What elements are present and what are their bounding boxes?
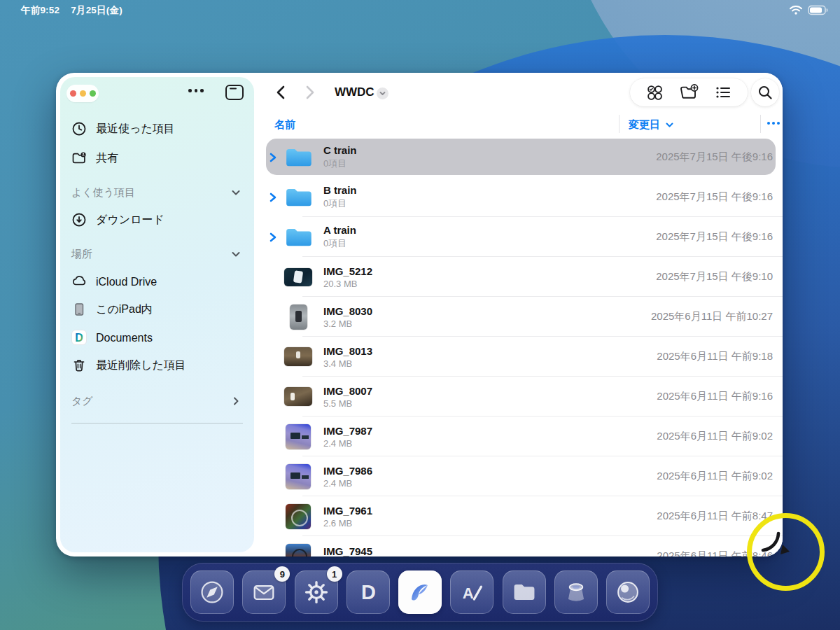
sidebar-label: ダウンロード xyxy=(96,212,164,227)
file-date: 2025年7月15日 午後9:16 xyxy=(656,150,783,164)
file-row-b-train[interactable]: B train 0項目 2025年7月15日 午後9:16 xyxy=(259,177,783,217)
dock: 9 1 D A xyxy=(182,563,658,622)
sidebar-item-icloud[interactable]: iCloud Drive xyxy=(60,267,254,295)
file-meta: 0項目 xyxy=(323,237,656,250)
lens-orb-icon xyxy=(614,578,642,606)
file-name: IMG_8013 xyxy=(323,345,657,357)
file-date: 2025年6月11日 午前10:27 xyxy=(651,310,783,323)
photo-thumbnail xyxy=(284,387,312,406)
gear-icon xyxy=(302,578,330,606)
sidebar-item-downloads[interactable]: ダウンロード xyxy=(60,206,254,234)
file-row-img-8030[interactable]: IMG_8030 3.2 MB 2025年6月11日 午前10:27 xyxy=(259,297,783,337)
file-row-img-8007[interactable]: IMG_8007 5.5 MB 2025年6月11日 午前9:16 xyxy=(259,377,783,416)
disclosure-chevron-icon[interactable] xyxy=(265,231,281,244)
sidebar-item-recents[interactable]: 最近使った項目 xyxy=(60,115,254,143)
dock-app-documents[interactable]: D xyxy=(346,570,390,614)
file-row-img-7945[interactable]: IMG_7945 2025年6月11日 午前8:46 xyxy=(259,536,783,556)
sidebar-section-locations[interactable]: 場所 xyxy=(60,241,254,267)
folder-icon xyxy=(281,147,315,168)
chevron-down-icon xyxy=(379,90,386,97)
file-name: C train xyxy=(323,144,656,156)
window-controls[interactable] xyxy=(66,85,99,102)
file-row-img-7987[interactable]: IMG_7987 2.4 MB 2025年6月11日 午前9:02 xyxy=(259,416,783,456)
file-meta: 0項目 xyxy=(323,197,656,210)
dock-app-files[interactable] xyxy=(503,570,546,614)
file-date: 2025年7月15日 午後9:10 xyxy=(656,270,783,284)
zoom-button[interactable] xyxy=(90,90,96,97)
svg-text:A: A xyxy=(463,584,474,602)
search-button[interactable] xyxy=(751,78,779,106)
dock-app-mail[interactable]: 9 xyxy=(242,570,286,614)
chevron-down-icon xyxy=(230,187,241,198)
battery-icon xyxy=(808,5,829,15)
dock-app-loupe[interactable] xyxy=(554,570,598,614)
back-button[interactable] xyxy=(272,83,291,102)
sidebar-item-recently-deleted[interactable]: 最近削除した項目 xyxy=(60,351,254,379)
navigation-bar: WWDC xyxy=(259,73,783,112)
status-date: 7月25日(金) xyxy=(71,4,122,17)
swoosh-app-icon xyxy=(405,577,435,608)
annotation-highlight-circle xyxy=(747,513,825,591)
file-size: 2.4 MB xyxy=(323,478,657,489)
column-header: 名前 変更日 xyxy=(259,113,783,137)
photo-thumbnail xyxy=(290,304,307,330)
sidebar-section-tags[interactable]: タグ xyxy=(60,388,254,414)
file-row-img-8013[interactable]: IMG_8013 3.4 MB 2025年6月11日 午前9:18 xyxy=(259,337,783,377)
file-row-c-train[interactable]: C train 0項目 2025年7月15日 午後9:16 xyxy=(259,137,783,177)
current-folder-title[interactable]: WWDC xyxy=(335,85,374,99)
dock-app-swoosh[interactable] xyxy=(398,570,442,614)
column-name[interactable]: 名前 xyxy=(274,118,295,132)
shared-folder-icon xyxy=(71,150,88,167)
svg-text:D: D xyxy=(75,332,83,344)
clock-icon xyxy=(71,120,88,137)
close-button[interactable] xyxy=(70,90,76,97)
photo-thumbnail xyxy=(284,268,312,286)
sidebar-item-documents-app[interactable]: D Documents xyxy=(60,323,254,351)
disclosure-chevron-icon[interactable] xyxy=(265,191,281,204)
file-name: IMG_7986 xyxy=(323,465,657,477)
file-size: 2.6 MB xyxy=(323,518,657,528)
file-name: IMG_5212 xyxy=(323,265,656,277)
sidebar-item-this-ipad[interactable]: このiPad内 xyxy=(60,295,254,323)
column-options-icon[interactable] xyxy=(767,122,780,125)
cloud-icon xyxy=(71,273,88,290)
sidebar-more-icon[interactable] xyxy=(188,89,204,92)
sidebar-item-shared[interactable]: 共有 xyxy=(60,143,254,174)
file-size: 2.4 MB xyxy=(323,438,657,449)
wifi-icon xyxy=(789,5,803,15)
folder-menu-button[interactable] xyxy=(377,88,388,99)
new-folder-button[interactable] xyxy=(678,82,699,103)
dock-app-lens[interactable] xyxy=(606,570,650,614)
select-items-button[interactable] xyxy=(644,82,665,103)
file-size: 3.4 MB xyxy=(323,358,657,369)
mail-icon xyxy=(250,578,278,606)
file-row-a-train[interactable]: A train 0項目 2025年7月15日 午後9:16 xyxy=(259,217,783,257)
sidebar-label: 共有 xyxy=(96,150,118,166)
forward-button[interactable] xyxy=(300,83,319,102)
dock-app-safari[interactable] xyxy=(190,570,234,614)
column-divider xyxy=(619,115,620,133)
column-modified[interactable]: 変更日 xyxy=(629,118,674,132)
safari-icon xyxy=(198,578,226,606)
file-date: 2025年6月11日 午前9:16 xyxy=(657,390,783,403)
dock-app-pages[interactable]: A xyxy=(450,570,493,614)
documents-icon: D xyxy=(354,578,382,606)
photo-thumbnail xyxy=(286,464,311,489)
file-row-img-5212[interactable]: IMG_5212 20.3 MB 2025年7月15日 午後9:10 xyxy=(259,257,783,297)
file-size: 3.2 MB xyxy=(323,318,651,329)
search-icon xyxy=(757,84,774,101)
chevron-down-icon xyxy=(230,248,241,260)
disclosure-chevron-icon[interactable] xyxy=(265,151,281,164)
list-view-button[interactable] xyxy=(713,82,734,103)
file-row-img-7961[interactable]: IMG_7961 2.6 MB 2025年6月11日 午前8:47 xyxy=(259,496,783,536)
sidebar-label: 最近削除した項目 xyxy=(96,358,186,373)
sidebar-label: iCloud Drive xyxy=(96,275,157,288)
file-size: 5.5 MB xyxy=(323,398,657,409)
minimize-button[interactable] xyxy=(80,90,86,97)
ipad-icon xyxy=(71,301,88,318)
loupe-3d-icon xyxy=(562,578,590,606)
dock-app-settings[interactable]: 1 xyxy=(295,570,338,614)
sidebar-section-favorites[interactable]: よく使う項目 xyxy=(60,179,254,206)
file-row-img-7986[interactable]: IMG_7986 2.4 MB 2025年6月11日 午前9:02 xyxy=(259,456,783,496)
window-layout-icon[interactable] xyxy=(224,83,245,102)
